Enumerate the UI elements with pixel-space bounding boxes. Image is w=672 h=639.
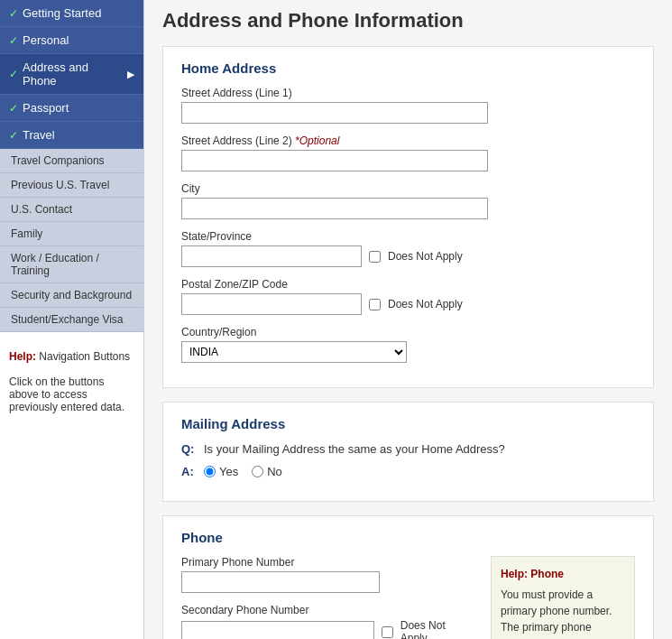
phone-heading: Phone: [181, 530, 635, 545]
primary-phone-label: Primary Phone Number: [181, 556, 473, 569]
mailing-yes-radio[interactable]: [204, 466, 216, 477]
phone-help-title: Help: Phone: [501, 566, 625, 582]
a-label: A:: [181, 465, 199, 478]
street-line1-group: Street Address (Line 1): [181, 87, 635, 124]
main-content: Address and Phone Information Home Addre…: [144, 0, 672, 639]
arrow-icon: ▶: [127, 69, 134, 80]
sidebar-item-us-contact[interactable]: U.S. Contact: [0, 198, 143, 222]
state-does-not-apply-checkbox[interactable]: [369, 251, 381, 263]
sidebar-item-previous-us-travel[interactable]: Previous U.S. Travel: [0, 173, 143, 198]
sidebar-item-personal[interactable]: ✓ Personal: [0, 27, 143, 54]
secondary-phone-group: Secondary Phone Number Does Not Apply: [181, 604, 473, 639]
sidebar-label: Getting Started: [23, 6, 101, 20]
sidebar-help: Help: Navigation Buttons Click on the bu…: [0, 341, 143, 422]
mailing-question-row: Q: Is your Mailing Address the same as y…: [181, 442, 635, 456]
sidebar-label: Travel: [23, 128, 55, 142]
page-title: Address and Phone Information: [162, 9, 654, 32]
sidebar-item-address-phone[interactable]: ✓ Address and Phone ▶: [0, 54, 143, 95]
mailing-address-heading: Mailing Address: [181, 416, 635, 431]
mailing-answer-row: A: Yes No: [181, 465, 635, 478]
state-province-group: State/Province Does Not Apply: [181, 230, 635, 267]
street-line1-label: Street Address (Line 1): [181, 87, 635, 99]
sidebar-item-work-education[interactable]: Work / Education / Training: [0, 246, 143, 283]
sidebar: ✓ Getting Started ✓ Personal ✓ Address a…: [0, 0, 144, 639]
mailing-no-option[interactable]: No: [252, 465, 282, 478]
phone-main: Primary Phone Number Secondary Phone Num…: [181, 556, 473, 639]
home-address-heading: Home Address: [181, 60, 635, 76]
postal-code-group: Postal Zone/ZIP Code Does Not Apply: [181, 278, 635, 315]
street-line1-input[interactable]: [181, 102, 488, 124]
check-icon: ✓: [9, 68, 18, 80]
street-line2-group: Street Address (Line 2) *Optional: [181, 134, 635, 171]
secondary-phone-does-not-apply-label: Does Not Apply: [400, 619, 473, 639]
mailing-yes-option[interactable]: Yes: [204, 465, 238, 478]
city-input[interactable]: [181, 198, 488, 219]
sidebar-item-security-background[interactable]: Security and Background: [0, 283, 143, 308]
country-region-select[interactable]: INDIA UNITED STATES UNITED KINGDOM CANAD…: [181, 341, 407, 363]
postal-does-not-apply-checkbox[interactable]: [369, 299, 381, 310]
check-icon: ✓: [9, 129, 18, 142]
phone-help-body: You must provide a primary phone number.…: [501, 587, 625, 639]
city-label: City: [181, 182, 635, 195]
secondary-phone-does-not-apply-checkbox[interactable]: [382, 626, 393, 638]
sidebar-label: Address and Phone: [23, 60, 123, 88]
secondary-phone-input[interactable]: [181, 621, 374, 639]
sidebar-item-getting-started[interactable]: ✓ Getting Started: [0, 0, 143, 27]
mailing-radio-group: Yes No: [204, 465, 282, 478]
home-address-section: Home Address Street Address (Line 1) Str…: [162, 46, 654, 388]
postal-code-label: Postal Zone/ZIP Code: [181, 278, 635, 291]
postal-code-input[interactable]: [181, 293, 362, 315]
sidebar-item-family[interactable]: Family: [0, 222, 143, 246]
city-group: City: [181, 182, 635, 219]
help-title: Help:: [9, 350, 36, 363]
sidebar-item-student-exchange[interactable]: Student/Exchange Visa: [0, 308, 143, 332]
country-region-label: Country/Region: [181, 326, 635, 338]
primary-phone-group: Primary Phone Number: [181, 556, 473, 593]
sidebar-item-passport[interactable]: ✓ Passport: [0, 95, 143, 122]
secondary-phone-label: Secondary Phone Number: [181, 604, 473, 616]
sidebar-label: Personal: [23, 33, 69, 47]
phone-row: Primary Phone Number Secondary Phone Num…: [181, 556, 635, 639]
state-province-label: State/Province: [181, 230, 635, 243]
check-icon: ✓: [9, 34, 18, 47]
postal-does-not-apply-label: Does Not Apply: [388, 298, 463, 310]
mailing-no-radio[interactable]: [252, 466, 263, 477]
check-icon: ✓: [9, 102, 18, 115]
phone-section: Phone Primary Phone Number Secondary Pho…: [162, 515, 654, 639]
sidebar-item-travel[interactable]: ✓ Travel: [0, 122, 143, 149]
mailing-question: Is your Mailing Address the same as your…: [204, 442, 505, 456]
street-line2-label: Street Address (Line 2) *Optional: [181, 134, 635, 147]
sidebar-item-travel-companions[interactable]: Travel Companions: [0, 149, 143, 173]
sidebar-label: Passport: [23, 101, 69, 115]
optional-label: *Optional: [295, 134, 339, 147]
state-does-not-apply-label: Does Not Apply: [388, 250, 463, 263]
country-region-group: Country/Region INDIA UNITED STATES UNITE…: [181, 326, 635, 363]
primary-phone-input[interactable]: [181, 571, 380, 593]
check-icon: ✓: [9, 7, 18, 20]
street-line2-input[interactable]: [181, 150, 488, 171]
phone-help-box: Help: Phone You must provide a primary p…: [491, 556, 635, 639]
q-label: Q:: [181, 442, 199, 456]
mailing-address-section: Mailing Address Q: Is your Mailing Addre…: [162, 402, 654, 502]
state-province-input[interactable]: [181, 245, 362, 267]
